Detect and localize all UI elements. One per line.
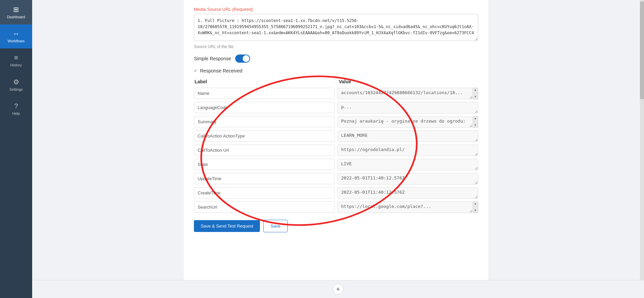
table-row: https://local.google.com/place?... ▲ ▼ xyxy=(194,201,478,213)
value-cta-actiontype-wrapper: LEARN_MORE xyxy=(337,130,478,142)
value-cta-url-wrapper: https://ogrodolandia.pl/ xyxy=(337,145,478,156)
scroll-down-icon[interactable]: ▼ xyxy=(474,124,477,127)
scroll-arrows-searchurl[interactable]: ▲ ▼ xyxy=(473,201,478,213)
label-languagecode[interactable] xyxy=(194,102,335,113)
table-row: LIVE xyxy=(194,159,478,170)
label-searchurl[interactable] xyxy=(194,201,335,213)
chevron-down-icon: ✓ xyxy=(194,68,197,73)
value-createtime-wrapper: 2022-05-01T11:40:12.576Z xyxy=(337,187,478,199)
label-header: Label xyxy=(194,78,336,86)
form-rows: accounts/103244272429880666132/locations… xyxy=(194,88,478,213)
simple-response-toggle[interactable] xyxy=(235,55,250,63)
sidebar-item-history[interactable]: ≡ History xyxy=(0,48,32,72)
table-row: Poznaj araukarię - oryginalne drzewo do … xyxy=(194,116,478,128)
bottom-bar: + xyxy=(32,280,644,298)
value-summary[interactable]: Poznaj araukarię - oryginalne drzewo do … xyxy=(337,116,473,128)
sidebar-item-dashboard[interactable]: ⊞ Dashboard xyxy=(0,0,32,24)
sidebar-label-workflows: Workflows xyxy=(7,39,25,43)
add-button[interactable]: + xyxy=(333,284,343,295)
label-summary[interactable] xyxy=(194,116,335,127)
value-languagecode[interactable]: p... xyxy=(337,102,478,113)
sidebar-item-settings[interactable]: ⚙ Settings xyxy=(0,72,32,97)
value-name-wrapper: accounts/103244272429880666132/locations… xyxy=(337,88,478,99)
table-row: p... xyxy=(194,102,478,113)
table-row: LEARN_MORE xyxy=(194,130,478,142)
scroll-down-icon[interactable]: ▼ xyxy=(474,95,477,98)
sidebar-label-dashboard: Dashboard xyxy=(7,15,25,19)
value-searchurl-wrapper: https://local.google.com/place?... ▲ ▼ xyxy=(337,201,478,213)
settings-icon: ⚙ xyxy=(13,78,19,86)
buttons-row: Save & Send Test Request Save xyxy=(194,220,478,232)
dashboard-icon: ⊞ xyxy=(13,5,19,14)
label-state[interactable] xyxy=(194,159,335,170)
simple-response-label: Simple Response xyxy=(194,56,231,61)
label-cta-url[interactable] xyxy=(194,145,335,156)
value-cta-url[interactable]: https://ogrodolandia.pl/ xyxy=(337,145,478,156)
scrollable-content[interactable]: Media Source URL (Required) 1. Full Pict… xyxy=(32,0,640,280)
table-row: https://ogrodolandia.pl/ xyxy=(194,145,478,156)
value-state-wrapper: LIVE xyxy=(337,159,478,170)
label-cta-actiontype[interactable] xyxy=(194,130,335,142)
simple-response-row: Simple Response xyxy=(194,55,478,63)
table-row: 2022-05-01T11:40:12.576Z xyxy=(194,187,478,199)
response-received-label: Response Received xyxy=(200,68,242,73)
scroll-down-icon[interactable]: ▼ xyxy=(474,209,477,212)
sidebar: ⊞ Dashboard ↔ Workflows ≡ History ⚙ Sett… xyxy=(0,0,32,298)
table-row: accounts/103244272429880666132/locations… xyxy=(194,88,478,99)
label-name[interactable] xyxy=(194,88,335,99)
save-button[interactable]: Save xyxy=(263,220,288,232)
form-panel: Media Source URL (Required) 1. Full Pict… xyxy=(184,0,488,280)
sidebar-item-help[interactable]: ? Help xyxy=(0,97,32,121)
value-state[interactable]: LIVE xyxy=(337,159,478,170)
help-icon: ? xyxy=(14,102,18,110)
save-send-button[interactable]: Save & Send Test Request xyxy=(194,220,260,232)
value-summary-wrapper: Poznaj araukarię - oryginalne drzewo do … xyxy=(337,116,478,128)
value-languagecode-wrapper: p... xyxy=(337,102,478,113)
history-icon: ≡ xyxy=(14,54,18,62)
sidebar-item-workflows[interactable]: ↔ Workflows xyxy=(0,24,32,48)
main-scrollbar[interactable] xyxy=(640,0,644,280)
label-updatetime[interactable] xyxy=(194,173,335,184)
value-updatetime-wrapper: 2022-05-01T11:40:12.576Z xyxy=(337,173,478,185)
source-hint: Source URL of the file. xyxy=(194,44,478,49)
media-source-label: Media Source URL (Required) xyxy=(194,7,478,12)
sidebar-label-history: History xyxy=(10,63,22,67)
value-cta-actiontype[interactable]: LEARN_MORE xyxy=(337,130,478,142)
scroll-arrows-name[interactable]: ▲ ▼ xyxy=(473,88,478,99)
media-source-textarea[interactable]: 1. Full Picture : https://scontent-sea1-… xyxy=(194,14,478,41)
scrollbar-thumb[interactable] xyxy=(640,1,644,99)
media-source-section: Media Source URL (Required) 1. Full Pict… xyxy=(194,7,478,49)
value-name[interactable]: accounts/103244272429880666132/locations… xyxy=(337,88,473,99)
workflows-icon: ↔ xyxy=(13,30,20,38)
value-header: Value xyxy=(336,78,478,86)
scroll-up-icon[interactable]: ▲ xyxy=(474,203,477,205)
sidebar-label-settings: Settings xyxy=(9,87,23,91)
main-content: Media Source URL (Required) 1. Full Pict… xyxy=(32,0,644,298)
scroll-up-icon[interactable]: ▲ xyxy=(474,117,477,120)
value-updatetime[interactable]: 2022-05-01T11:40:12.576Z xyxy=(337,173,478,185)
scroll-up-icon[interactable]: ▲ xyxy=(474,89,477,91)
table-header: Label Value xyxy=(194,78,478,88)
scroll-arrows-summary[interactable]: ▲ ▼ xyxy=(473,116,478,128)
value-createtime[interactable]: 2022-05-01T11:40:12.576Z xyxy=(337,187,478,199)
label-createtime[interactable] xyxy=(194,187,335,198)
response-received-header[interactable]: ✓ Response Received xyxy=(194,68,478,73)
table-row: 2022-05-01T11:40:12.576Z xyxy=(194,173,478,185)
value-searchurl[interactable]: https://local.google.com/place?... xyxy=(337,201,473,213)
sidebar-label-help: Help xyxy=(12,111,20,115)
